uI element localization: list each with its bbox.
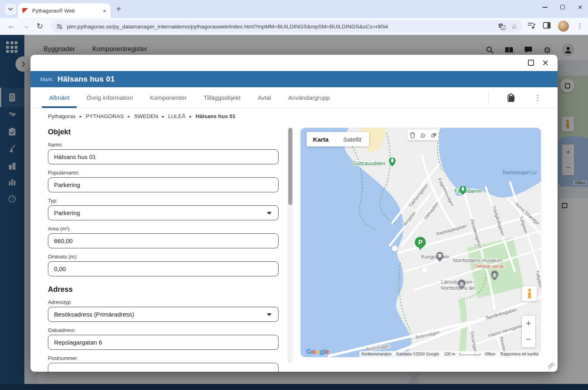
postnummer-input[interactable] <box>48 363 279 372</box>
field-label: Typ: <box>48 198 279 204</box>
dialog-maximize-button[interactable] <box>528 60 534 66</box>
poi-label-lansstyrelsen: Norrbottens län <box>441 285 476 291</box>
media-controls-icon[interactable] <box>527 22 536 31</box>
field-label: Populärnamn: <box>48 170 279 176</box>
tab-ovrig-information[interactable]: Övrig information <box>78 87 141 108</box>
translate-icon[interactable]: GA <box>498 23 506 30</box>
chevron-down-icon <box>8 8 13 11</box>
browser-profile-avatar[interactable] <box>558 21 569 32</box>
typ-select[interactable]: Parkering <box>48 205 279 220</box>
field-namn: Namn: <box>48 142 279 164</box>
site-settings-icon[interactable] <box>56 23 63 30</box>
bookmark-star-icon[interactable]: ☆ <box>511 22 517 31</box>
browser-tab[interactable]: Pythagoras® Web × <box>18 3 110 18</box>
breadcrumb-item[interactable]: SWEDEN <box>134 113 158 119</box>
hand-icon <box>409 132 415 138</box>
breadcrumb-arrow-icon: ► <box>79 114 82 119</box>
section-heading-adress: Adress <box>48 285 279 294</box>
breadcrumb-arrow-icon: ► <box>161 114 165 119</box>
tab-allmant[interactable]: Allmänt <box>41 87 78 108</box>
field-label: Gatuadress: <box>48 328 279 333</box>
map-canvas[interactable]: Tjärhovsgatan Fagerlinsvägen Vattugatan … <box>300 128 541 357</box>
breadcrumb-item[interactable]: LULEÅ <box>168 113 186 119</box>
app-background: Byggnader Komponentregister ⚙ <box>0 35 588 390</box>
field-label: Postnummer: <box>48 356 279 361</box>
field-label: Omkrets (m): <box>48 254 279 260</box>
dialog-titlebar: Mark: Hälsans hus 01 <box>30 71 558 87</box>
new-tab-button[interactable]: + <box>116 4 121 14</box>
polygon-delete-icon <box>430 132 437 138</box>
map-type-control: Karta Satellit <box>307 132 369 147</box>
map-type-karta-button[interactable]: Karta <box>307 132 335 147</box>
tab-komponenter[interactable]: Komponenter <box>141 87 195 108</box>
back-button[interactable]: ← <box>7 22 15 30</box>
screen: Pythagoras® Web × + × ← → ↻ pim.pythagor… <box>0 0 588 390</box>
breadcrumb: Pythagoras ► PYTHAGORAS ► SWEDEN ► LULEÅ… <box>48 113 236 119</box>
report-error-link[interactable]: Rapportera ett kartfel <box>498 352 541 356</box>
field-area: Area (m²): <box>48 226 279 248</box>
window-maximize-button[interactable] <box>560 5 565 9</box>
polygon-icon <box>420 132 426 138</box>
adresstyp-select[interactable]: Besöksadress (Primäradress) <box>48 307 279 322</box>
poi-label-gultzauudden: Gültzauudden <box>352 160 385 166</box>
zoom-in-button[interactable]: + <box>526 316 531 331</box>
breadcrumb-item-current: Hälsans hus 01 <box>196 113 236 119</box>
map-attribution: Kortkommandon Kartdata ©2024 Google 100 … <box>359 351 541 357</box>
draw-polygon-button[interactable] <box>418 129 428 140</box>
keyboard-shortcuts-link[interactable]: Kortkommandon <box>359 352 394 356</box>
tab-anvandargrupp[interactable]: Användargrupp <box>280 87 339 108</box>
breadcrumb-item[interactable]: PYTHAGORAS <box>86 113 124 119</box>
zoom-out-button[interactable]: − <box>526 332 531 347</box>
terms-link[interactable]: Villkor <box>482 352 498 356</box>
pegman-icon <box>526 288 533 300</box>
side-panel-icon[interactable] <box>543 22 551 30</box>
gatuadress-input[interactable] <box>48 335 279 350</box>
omkrets-input[interactable] <box>48 261 279 276</box>
map-panel[interactable]: Tjärhovsgatan Fagerlinsvägen Vattugatan … <box>300 128 541 357</box>
dialog-close-button[interactable]: × <box>542 56 549 70</box>
window-close-button[interactable]: × <box>578 3 582 11</box>
toolbar-right: ⋮ <box>527 21 583 32</box>
form-scrollbar[interactable] <box>288 128 293 363</box>
namn-input[interactable] <box>48 149 279 164</box>
map-scale-bar <box>459 353 480 355</box>
caret-down-icon <box>267 313 272 316</box>
pan-hand-button[interactable] <box>407 129 417 140</box>
reload-button[interactable]: ↻ <box>37 22 43 31</box>
scrollbar-thumb[interactable] <box>288 128 292 205</box>
pegman-button[interactable] <box>522 286 537 301</box>
svg-text:P: P <box>418 239 423 246</box>
dialog-menu-icon[interactable]: ⋮ <box>534 93 541 102</box>
dialog-resize-handle[interactable] <box>548 363 555 369</box>
typ-select-value: Parkering <box>54 209 80 216</box>
breadcrumb-item[interactable]: Pythagoras <box>48 113 76 119</box>
poi-label-bastustugan: Bastustugan Lu <box>503 170 536 175</box>
field-label: Namn: <box>48 142 279 148</box>
poi-label-lansstyrelsen: Länsstyrelsen i <box>441 279 475 285</box>
poi-label-kungsfageln: Kungsfågeln <box>421 254 450 260</box>
delete-polygon-button[interactable] <box>428 129 439 140</box>
tab-close-icon[interactable]: × <box>103 8 106 14</box>
roundabout <box>392 246 398 251</box>
tab-avtal[interactable]: Avtal <box>249 87 279 108</box>
tab-search-button[interactable] <box>5 4 16 15</box>
object-dialog: × Mark: Hälsans hus 01 Allmänt Övrig inf… <box>30 55 558 372</box>
map-type-satellit-button[interactable]: Satellit <box>335 132 369 147</box>
address-bar[interactable]: pim.pythagoras.se/py_datamanager_interna… <box>51 20 522 32</box>
window-controls: × <box>543 3 582 11</box>
popularnamn-input[interactable] <box>48 177 279 192</box>
section-heading-objekt: Objekt <box>48 128 279 136</box>
breadcrumb-arrow-icon: ► <box>189 114 192 119</box>
adresstyp-select-value: Besöksadress (Primäradress) <box>54 311 134 318</box>
browser-menu-icon[interactable]: ⋮ <box>576 22 583 30</box>
field-typ: Typ: Parkering <box>48 198 279 220</box>
tab-tillaggsobjekt[interactable]: Tilläggsobjekt <box>195 87 249 108</box>
window-minimize-button[interactable] <box>543 7 547 8</box>
forward-button[interactable]: → <box>22 22 30 30</box>
field-label: Area (m²): <box>48 226 279 232</box>
field-omkrets: Omkrets (m): <box>48 254 279 276</box>
attachment-icon[interactable] <box>506 93 515 103</box>
area-input[interactable] <box>48 233 279 248</box>
map-data-label: Kartdata ©2024 Google <box>394 352 441 356</box>
url-text[interactable]: pim.pythagoras.se/py_datamanager_interna… <box>67 24 493 30</box>
